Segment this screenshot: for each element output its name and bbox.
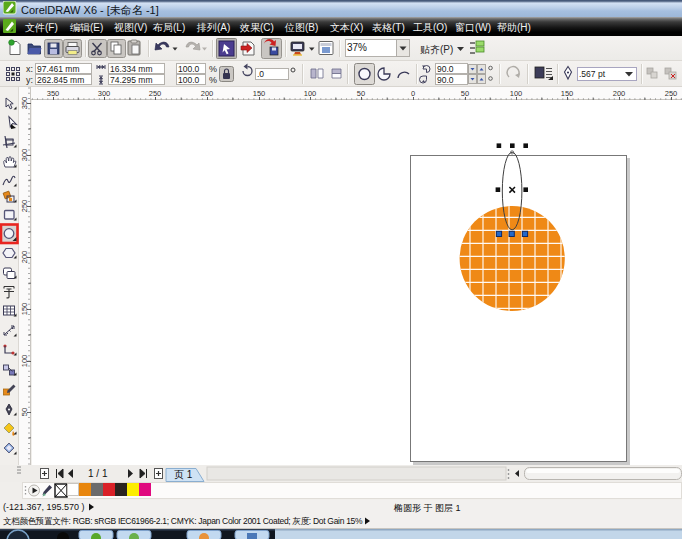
svg-text:150: 150: [253, 89, 266, 98]
svg-text:100: 100: [304, 89, 317, 98]
svg-text:0: 0: [411, 89, 415, 98]
svg-text:300: 300: [98, 89, 111, 98]
svg-text:150: 150: [561, 89, 574, 98]
svg-text:250: 250: [665, 89, 678, 98]
svg-text:50: 50: [461, 89, 469, 98]
svg-text:350: 350: [47, 89, 60, 98]
svg-text:250: 250: [149, 89, 162, 98]
svg-text:200: 200: [201, 89, 214, 98]
svg-text:200: 200: [613, 89, 626, 98]
svg-text:50: 50: [357, 89, 365, 98]
svg-text:100: 100: [510, 89, 523, 98]
